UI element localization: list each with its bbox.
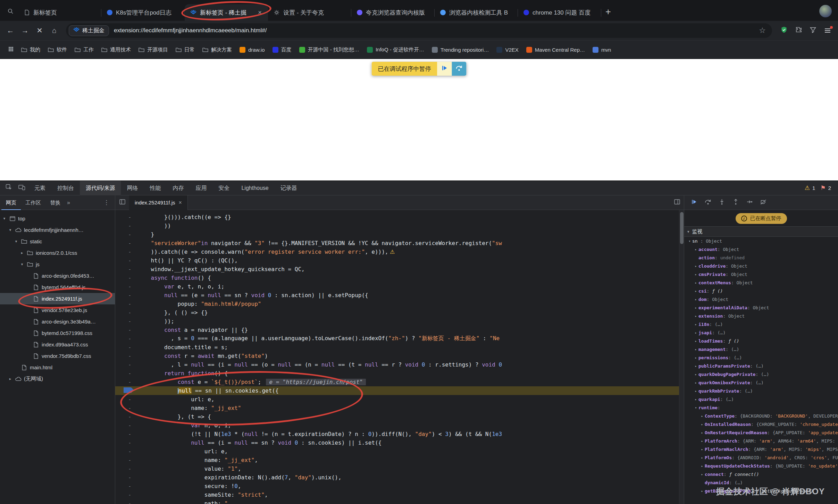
code-line[interactable]: - const e = `${_t()}/post`;e = "https://… xyxy=(115,378,684,386)
file-tree-item[interactable]: ▸(无网域) xyxy=(0,373,115,385)
code-line[interactable]: - name: "_jj_ext", xyxy=(115,456,684,464)
code-line[interactable]: - const a = navigator || {} xyxy=(115,326,684,334)
watch-item[interactable]: ▸quarkapi: (…) xyxy=(684,395,838,403)
deactivate-breakpoints-button[interactable] xyxy=(757,197,770,209)
step-into-button[interactable] xyxy=(715,197,728,209)
browser-tab[interactable]: 新标签页 xyxy=(18,4,101,21)
chevron-down-icon[interactable]: ▾ xyxy=(8,228,12,232)
chevron-right-icon[interactable]: ▸ xyxy=(693,289,698,293)
watch-item[interactable]: ▸quarkRmbPrivate: (…) xyxy=(684,387,838,395)
bookmark-item[interactable]: Trending repositori… xyxy=(428,44,493,55)
watch-item[interactable]: ▸PlatformArch: {ARM: 'arm', ARM64: 'arm6… xyxy=(684,437,838,445)
watch-item[interactable]: ▸clouddrive: Object xyxy=(684,262,838,270)
bookmark-item[interactable]: 开源项目 xyxy=(135,44,172,56)
gutter-marker[interactable]: - xyxy=(115,284,137,289)
gutter-marker[interactable]: - xyxy=(115,275,137,281)
watch-item[interactable]: ▸permissions: (…) xyxy=(684,353,838,362)
watch-item[interactable]: ▸account: Object xyxy=(684,245,838,253)
file-tree-item[interactable]: main.html xyxy=(0,362,115,373)
watch-item[interactable]: ▸publicParamsPrivate: (…) xyxy=(684,362,838,370)
bookmark-item[interactable]: 通用技术 xyxy=(98,44,135,56)
code-line[interactable]: - )).catch((e => console.warn("error reg… xyxy=(115,247,684,256)
watch-item[interactable]: ▸quarkDebugPagePrivate: (…) xyxy=(684,370,838,378)
gutter-marker[interactable]: - xyxy=(115,293,137,298)
code-line[interactable]: - return function() { xyxy=(115,369,684,378)
bookmark-item[interactable]: 软件 xyxy=(44,44,71,56)
gutter-marker[interactable]: - xyxy=(115,362,137,368)
devtools-tab-元素[interactable]: 元素 xyxy=(28,181,51,195)
gutter-marker[interactable]: - xyxy=(115,327,137,333)
browser-tab[interactable]: chrome 130 问题 百度 xyxy=(518,4,601,21)
gutter-marker[interactable]: - xyxy=(115,232,137,237)
chevron-right-icon[interactable]: ▸ xyxy=(693,306,698,310)
file-tree-item[interactable]: arco-design.3e3b49a… xyxy=(0,316,115,327)
devtools-tab-安全[interactable]: 安全 xyxy=(212,181,235,195)
bookmark-item[interactable]: 工作 xyxy=(71,44,98,56)
chevron-right-icon[interactable]: ▸ xyxy=(693,264,698,268)
watch-item[interactable]: ▸i18n: (…) xyxy=(684,320,838,328)
gutter-marker[interactable]: - xyxy=(115,449,137,454)
gutter-marker[interactable]: - xyxy=(115,336,137,342)
file-tree-item[interactable]: ▾static xyxy=(0,236,115,247)
bookmark-item[interactable]: 开源中国 - 找到您想… xyxy=(295,44,363,56)
code-line[interactable]: - popup: "main.html#/popup" xyxy=(115,300,684,308)
sidebar-tab-工作区[interactable]: 工作区 xyxy=(21,195,45,210)
chevron-right-icon[interactable]: ▸ xyxy=(693,247,698,251)
step-button[interactable] xyxy=(743,197,756,209)
code-line[interactable]: - } xyxy=(115,230,684,239)
editor-scrollbar[interactable] xyxy=(679,210,684,504)
code-line[interactable]: - )); xyxy=(115,317,684,326)
code-line[interactable]: - url: e, xyxy=(115,447,684,456)
watch-item[interactable]: ▸OnRestartRequiredReason: {APP_UPDATE: '… xyxy=(684,428,838,437)
watch-item[interactable]: ▸OnInstalledReason: {CHROME_UPDATE: 'chr… xyxy=(684,420,838,428)
devtools-tab-网络[interactable]: 网络 xyxy=(121,181,144,195)
gutter-marker[interactable]: - xyxy=(115,414,137,420)
bookmark-item[interactable]: Maven Central Rep… xyxy=(522,44,589,55)
file-tree-item[interactable]: vendor.75d9bdb7.css xyxy=(0,350,115,362)
bookmark-item[interactable]: 解决方案 xyxy=(199,44,236,56)
code-line[interactable]: - )) xyxy=(115,221,684,230)
watch-item[interactable]: ▸PlatformOs: {ANDROID: 'android', CROS: … xyxy=(684,453,838,462)
gutter-marker[interactable]: - xyxy=(115,223,137,229)
gutter-marker[interactable]: - xyxy=(115,267,137,272)
gutter-marker[interactable]: - xyxy=(115,431,137,437)
code-line[interactable]: null == sn || sn.cookies.get({ xyxy=(115,386,684,395)
watch-item[interactable]: ▸quarkOmniboxPrivate: (…) xyxy=(684,378,838,387)
gutter-marker[interactable]: - xyxy=(115,457,137,463)
browser-tab[interactable]: K8s管理平台pod日志 xyxy=(101,4,185,21)
adblock-filter-button[interactable] xyxy=(806,24,820,37)
gutter-marker[interactable]: - xyxy=(115,371,137,376)
sidebar-tab-网页[interactable]: 网页 xyxy=(1,195,21,210)
chevron-right-icon[interactable]: ▸ xyxy=(693,347,698,351)
watch-item[interactable]: ▸extension: Object xyxy=(684,312,838,320)
watch-item[interactable]: ▸RequestUpdateCheckStatus: {NO_UPDATE: '… xyxy=(684,462,838,470)
navigator-toggle-button[interactable] xyxy=(115,195,129,210)
gutter-marker[interactable]: - xyxy=(115,319,137,324)
code-line[interactable]: - window.__jjext_update_hotkey_quicksear… xyxy=(115,265,684,274)
devtools-tab-记录器[interactable]: 记录器 xyxy=(275,181,303,195)
chevron-right-icon[interactable]: ▸ xyxy=(693,364,698,368)
browser-tab[interactable]: 浏览器内核检测工具 B xyxy=(435,4,518,21)
code-line[interactable]: - null == (i = null == sn ? void 0 : sn.… xyxy=(115,438,684,447)
gutter-marker[interactable]: - xyxy=(115,466,137,472)
chevron-right-icon[interactable]: ▸ xyxy=(699,431,705,435)
chevron-down-icon[interactable]: ▾ xyxy=(14,239,18,244)
code-line[interactable]: - name: "_jj_ext" xyxy=(115,404,684,412)
back-button[interactable]: ← xyxy=(3,24,17,37)
step-out-button[interactable] xyxy=(729,197,742,209)
watch-item[interactable]: dynamicId: (…) xyxy=(684,478,838,487)
bookmark-item[interactable]: 我的 xyxy=(17,44,44,56)
devtools-tab-Lighthouse[interactable]: Lighthouse xyxy=(235,181,274,195)
sidebar-tab-替换[interactable]: 替换 xyxy=(45,195,65,210)
code-line[interactable]: - expirationDate: N().add(7, "day").unix… xyxy=(115,473,684,482)
watch-item[interactable]: ▸csi: ƒ () xyxy=(684,287,838,295)
code-line[interactable]: - document.title = s; xyxy=(115,343,684,352)
watch-item[interactable]: ▸management: (…) xyxy=(684,345,838,353)
gutter-marker[interactable]: - xyxy=(115,397,137,402)
chevron-right-icon[interactable]: ▸ xyxy=(699,456,705,460)
code-line[interactable]: - const r = await mn.get("state") xyxy=(115,352,684,360)
gutter-marker[interactable]: - xyxy=(115,258,137,263)
sidebar-kebab-menu-icon[interactable]: ⋮ xyxy=(99,199,114,206)
gutter-marker[interactable]: - xyxy=(115,440,137,446)
tab-close-icon[interactable]: × xyxy=(257,9,262,16)
